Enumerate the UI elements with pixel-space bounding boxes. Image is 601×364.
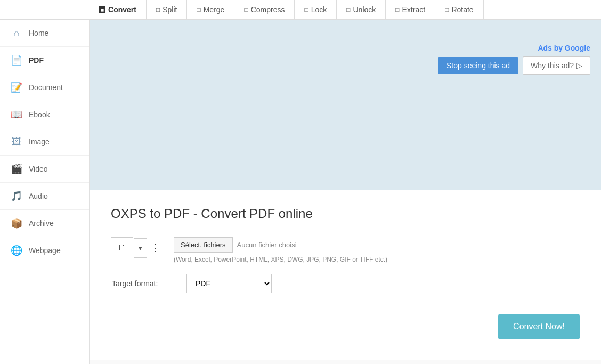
top-nav: ■Convert□Split□Merge□Compress□Lock□Unloc… <box>0 0 601 20</box>
sidebar-label-document: Document <box>29 83 63 92</box>
sidebar-icon-archive: 📦 <box>11 217 22 229</box>
upload-icons: 🗋 ▾ ⋮ <box>111 237 163 258</box>
nav-tab-split[interactable]: □Split <box>147 0 187 19</box>
tab-icon-extract: □ <box>395 6 399 13</box>
file-icon-button[interactable]: 🗋 <box>111 237 133 258</box>
tab-icon-split: □ <box>156 6 160 13</box>
sidebar-item-document[interactable]: 📝Document <box>0 74 89 101</box>
sidebar-icon-document: 📝 <box>11 82 22 93</box>
ad-placeholder <box>100 30 292 180</box>
tab-label-convert: Convert <box>108 5 136 14</box>
sidebar-label-webpage: Webpage <box>29 246 61 255</box>
sidebar-icon-webpage: 🌐 <box>11 245 22 256</box>
file-doc-icon: 🗋 <box>118 243 126 252</box>
sidebar-item-video[interactable]: 🎬Video <box>0 156 89 183</box>
sidebar-label-audio: Audio <box>29 192 48 200</box>
convert-now-button[interactable]: Convert Now! <box>498 314 580 339</box>
file-input-section: Sélect. fichiers Aucun fichier choisi (W… <box>174 237 387 263</box>
content-area: ← Ads by Google Stop seeing this ad Why … <box>90 20 601 364</box>
sidebar-label-archive: Archive <box>29 219 54 228</box>
nav-tab-lock[interactable]: □Lock <box>295 0 337 19</box>
nav-tab-convert[interactable]: ■Convert <box>90 0 147 19</box>
tab-label-compress: Compress <box>251 5 285 14</box>
sidebar-label-image: Image <box>29 137 50 146</box>
sidebar-item-webpage[interactable]: 🌐Webpage <box>0 237 89 264</box>
ad-controls: Ads by Google Stop seeing this ad Why th… <box>438 44 590 75</box>
select-files-button[interactable]: Sélect. fichiers <box>174 237 233 253</box>
sidebar-label-home: Home <box>29 29 48 37</box>
ad-section: Ads by Google Stop seeing this ad Why th… <box>90 20 601 190</box>
sidebar-icon-pdf: 📄 <box>11 54 22 66</box>
no-file-label: Aucun fichier choisi <box>237 241 297 249</box>
sidebar-item-pdf[interactable]: 📄PDF <box>0 47 89 74</box>
upload-area: 🗋 ▾ ⋮ Sélect. fichiers Aucun fichier cho… <box>111 237 580 263</box>
nav-tab-rotate[interactable]: □Rotate <box>435 0 484 19</box>
nav-tab-compress[interactable]: □Compress <box>234 0 295 19</box>
sidebar-item-ebook[interactable]: 📖Ebook <box>0 101 89 128</box>
file-dropdown-button[interactable]: ▾ <box>134 238 147 258</box>
nav-tab-merge[interactable]: □Merge <box>187 0 234 19</box>
sidebar-icon-audio: 🎵 <box>11 190 22 202</box>
tab-label-unlock: Unlock <box>353 5 376 14</box>
sidebar-item-archive[interactable]: 📦Archive <box>0 210 89 237</box>
file-hint: (Word, Excel, PowerPoint, HTML, XPS, DWG… <box>174 256 387 263</box>
stop-ad-button[interactable]: Stop seeing this ad <box>438 57 518 74</box>
tab-label-extract: Extract <box>402 5 426 14</box>
tab-icon-rotate: □ <box>445 6 449 13</box>
sidebar-icon-image: 🖼 <box>11 136 22 148</box>
format-section: Target format: PDFDOCDOCXJPGPNGXPS <box>111 274 580 293</box>
sidebar-label-video: Video <box>29 165 48 173</box>
more-options-button[interactable]: ⋮ <box>148 243 163 253</box>
tab-label-lock: Lock <box>311 5 327 14</box>
sidebar-item-audio[interactable]: 🎵Audio <box>0 183 89 210</box>
sidebar-icon-ebook: 📖 <box>11 109 22 120</box>
tab-label-rotate: Rotate <box>451 5 473 14</box>
sidebar-icon-home: ⌂ <box>11 27 22 39</box>
tab-icon-convert: ■ <box>99 6 105 13</box>
format-label: Target format: <box>112 279 176 288</box>
nav-tab-unlock[interactable]: □Unlock <box>337 0 386 19</box>
tab-icon-merge: □ <box>197 6 200 13</box>
sidebar-label-pdf: PDF <box>29 56 44 64</box>
ad-buttons: Stop seeing this ad Why this ad? ▷ <box>438 56 590 75</box>
page-title: OXPS to PDF - Convert PDF online <box>111 206 580 221</box>
tab-icon-compress: □ <box>244 6 248 13</box>
main-layout: ⌂Home📄PDF📝Document📖Ebook🖼Image🎬Video🎵Aud… <box>0 20 601 364</box>
tab-icon-lock: □ <box>304 6 308 13</box>
nav-tab-extract[interactable]: □Extract <box>386 0 435 19</box>
convert-button-area: Convert Now! <box>111 309 580 344</box>
format-select[interactable]: PDFDOCDOCXJPGPNGXPS <box>186 274 272 293</box>
sidebar: ⌂Home📄PDF📝Document📖Ebook🖼Image🎬Video🎵Aud… <box>0 20 90 364</box>
tab-label-merge: Merge <box>204 5 225 14</box>
sidebar-item-home[interactable]: ⌂Home <box>0 20 89 47</box>
file-input-row: Sélect. fichiers Aucun fichier choisi <box>174 237 387 253</box>
sidebar-label-ebook: Ebook <box>29 110 50 119</box>
sidebar-icon-video: 🎬 <box>11 163 22 175</box>
dropdown-arrow-icon: ▾ <box>139 244 142 252</box>
tab-label-split: Split <box>163 5 177 14</box>
main-content: OXPS to PDF - Convert PDF online 🗋 ▾ ⋮ <box>90 190 601 360</box>
ads-by-google-label: Ads by Google <box>538 44 590 52</box>
sidebar-item-image[interactable]: 🖼Image <box>0 128 89 156</box>
tab-icon-unlock: □ <box>346 6 350 13</box>
app-container: ■Convert□Split□Merge□Compress□Lock□Unloc… <box>0 0 601 364</box>
why-ad-button[interactable]: Why this ad? ▷ <box>523 56 590 75</box>
